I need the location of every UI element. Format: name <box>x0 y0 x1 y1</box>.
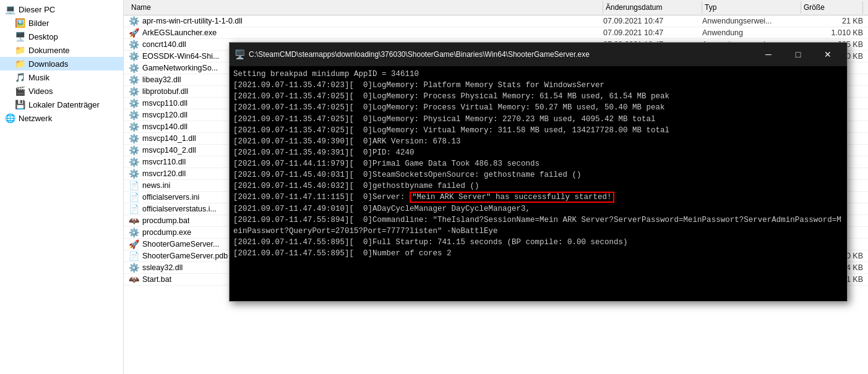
file-name-text: msvcp120.dll <box>142 111 187 119</box>
sidebar-item-lokaler-datentraeger[interactable]: 💾Lokaler Datenträger <box>0 98 123 111</box>
cmd-line: [2021.09.07-11.44.11:979][ 0]Primal Game… <box>233 158 843 169</box>
file-name-text: GameNetworkingSo... <box>142 64 218 72</box>
file-name-text: officialserverstatus.i... <box>142 205 217 213</box>
file-type-icon: ⚙️ <box>129 263 139 273</box>
file-type-icon: 🦇 <box>129 274 139 284</box>
sidebar-label-downloads: Downloads <box>28 59 68 69</box>
file-name-text: libeay32.dll <box>142 75 181 84</box>
cmd-line: [2021.09.07-11.47.55:895][ 0]Full Startu… <box>233 237 843 248</box>
cmd-output: Setting breakpad minidump AppID = 346110… <box>230 66 847 301</box>
file-type-icon: ⚙️ <box>129 16 139 26</box>
cmd-line: [2021.09.07-11.35.47:023][ 0]LogMemory: … <box>233 80 843 91</box>
file-name-text: news.ini <box>142 181 170 190</box>
close-button[interactable]: ✕ <box>814 46 842 62</box>
table-row[interactable]: 🚀ArkEGSLauncher.exe07.09.2021 10:47Anwen… <box>124 27 868 39</box>
file-type-icon: 📄 <box>129 204 139 214</box>
col-header-type[interactable]: Typ <box>702 1 801 14</box>
file-type-icon: 📄 <box>129 181 139 190</box>
cmd-line: [2021.09.07-11.35.49:390][ 0]ARK Version… <box>233 136 843 147</box>
cmd-highlight: "Mein ARK Server" has successfully start… <box>410 192 614 203</box>
sidebar-label-lokaler-datentraeger: Lokaler Datenträger <box>28 100 100 109</box>
file-name-text: msvcp140.dll <box>142 122 187 131</box>
cmd-line: [2021.09.07-11.47.11:115][ 0]Server: "Me… <box>233 192 843 203</box>
file-date: 07.09.2021 10:47 <box>603 28 702 37</box>
col-header-size[interactable]: Größe <box>801 1 863 14</box>
file-type-icon: ⚙️ <box>129 145 139 155</box>
file-name-text: msvcp140_1.dll <box>142 134 196 143</box>
cmd-line: [2021.09.07-11.35.47:025][ 0]LogMemory: … <box>233 102 843 113</box>
file-type-icon: ⚙️ <box>129 40 139 49</box>
file-name-text: libprotobuf.dll <box>142 87 188 96</box>
cmd-window: 🖥️ C:\SteamCMD\steamapps\downloading\376… <box>229 42 848 302</box>
file-name-text: ArkEGSLauncher.exe <box>142 28 217 37</box>
cmd-line: [2021.09.07-11.35.47:025][ 0]LogMemory: … <box>233 125 843 136</box>
file-name-text: ShooterGameServer.pdb <box>142 252 228 260</box>
file-type-icon: ⚙️ <box>129 63 139 73</box>
minimize-button[interactable]: ─ <box>754 46 783 62</box>
file-date: 07.09.2021 10:47 <box>603 17 702 25</box>
file-type-icon: 🦇 <box>129 216 139 226</box>
sidebar-item-dieser-pc[interactable]: 💻Dieser PC <box>0 2 123 16</box>
file-type-icon: ⚙️ <box>129 110 139 120</box>
file-name-text: ShooterGameServer... <box>142 240 219 249</box>
cmd-line: [2021.09.07-11.47.55:894][ 0]Commandline… <box>233 215 843 237</box>
cmd-line: [2021.09.07-11.45.40:032][ 0]gethostbyna… <box>233 181 843 192</box>
file-type-icon: ⚙️ <box>129 51 139 61</box>
file-name-text: msvcr110.dll <box>142 158 186 166</box>
sidebar-item-dokumente[interactable]: 📁Dokumente <box>0 43 123 57</box>
sidebar-label-netzwerk: Netzwerk <box>19 114 52 123</box>
cmd-line: [2021.09.07-11.47.55:895][ 0]Number of c… <box>233 248 843 259</box>
file-type-icon: ⚙️ <box>129 157 139 167</box>
cmd-line: Setting breakpad minidump AppID = 346110 <box>233 69 843 80</box>
sidebar-label-desktop: Desktop <box>28 32 58 41</box>
videos-icon: 🎬 <box>15 86 25 96</box>
file-type-icon: ⚙️ <box>129 134 139 143</box>
cmd-title-text: C:\SteamCMD\steamapps\downloading\376030… <box>249 50 754 59</box>
sidebar-item-desktop[interactable]: 🖥️Desktop <box>0 30 123 43</box>
sidebar-item-netzwerk[interactable]: 🌐Netzwerk <box>0 111 123 125</box>
table-row[interactable]: ⚙️apr-ms-win-crt-utility-1-1-0.dll07.09.… <box>124 15 868 27</box>
sidebar-label-dokumente: Dokumente <box>28 46 69 55</box>
file-type-icon: 🚀 <box>129 239 139 249</box>
file-name-text: Start.bat <box>142 275 171 284</box>
file-type-icon: ⚙️ <box>129 169 139 179</box>
sidebar-item-musik[interactable]: 🎵Musik <box>0 70 123 84</box>
file-type-icon: ⚙️ <box>129 87 139 96</box>
cmd-titlebar: 🖥️ C:\SteamCMD\steamapps\downloading\376… <box>230 43 847 66</box>
bilder-icon: 🖼️ <box>15 18 25 28</box>
file-name-text: procdump.exe <box>142 228 191 237</box>
file-type-icon: 📄 <box>129 192 139 202</box>
sidebar-item-downloads[interactable]: 📁Downloads <box>0 57 123 70</box>
cmd-line: [2021.09.07-11.35.47:025][ 0]LogMemory: … <box>233 91 843 102</box>
cmd-line: [2021.09.07-11.35.49:391][ 0]PID: 4240 <box>233 147 843 158</box>
sidebar-label-videos: Videos <box>28 87 53 96</box>
file-name-text: officialservers.ini <box>142 193 199 202</box>
file-name-text: msvcp110.dll <box>142 99 187 108</box>
file-name-text: apr-ms-win-crt-utility-1-1-0.dll <box>142 17 243 25</box>
sidebar-label-musik: Musik <box>28 73 49 82</box>
cmd-line: [2021.09.07-11.45.40:031][ 0]SteamSocket… <box>233 169 843 181</box>
file-list-header: Name Änderungsdatum Typ Größe <box>124 0 868 15</box>
file-name-cell: ⚙️apr-ms-win-crt-utility-1-1-0.dll <box>129 16 603 26</box>
col-header-date[interactable]: Änderungsdatum <box>603 1 702 14</box>
file-type-icon: 📄 <box>129 251 139 261</box>
file-type-text: Anwendungserwei... <box>702 17 801 25</box>
file-name-cell: 🚀ArkEGSLauncher.exe <box>129 28 603 38</box>
cmd-line: [2021.09.07-11.35.47:025][ 0]LogMemory: … <box>233 114 843 125</box>
file-size: 1.010 KB <box>801 28 863 37</box>
sidebar-item-videos[interactable]: 🎬Videos <box>0 84 123 98</box>
file-type-icon: 🚀 <box>129 28 139 38</box>
col-header-name[interactable]: Name <box>129 1 603 14</box>
file-type-icon: ⚙️ <box>129 227 139 237</box>
maximize-button[interactable]: □ <box>784 46 812 62</box>
musik-icon: 🎵 <box>15 72 25 82</box>
cmd-icon: 🖥️ <box>234 49 245 59</box>
desktop-icon: 🖥️ <box>15 32 25 41</box>
downloads-icon: 📁 <box>15 59 25 69</box>
file-type-icon: ⚙️ <box>129 122 139 132</box>
sidebar-label-bilder: Bilder <box>28 19 49 28</box>
file-type-icon: ⚙️ <box>129 75 139 85</box>
sidebar-item-bilder[interactable]: 🖼️Bilder <box>0 16 123 30</box>
file-name-text: procdump.bat <box>142 216 189 225</box>
file-type-icon: ⚙️ <box>129 98 139 108</box>
